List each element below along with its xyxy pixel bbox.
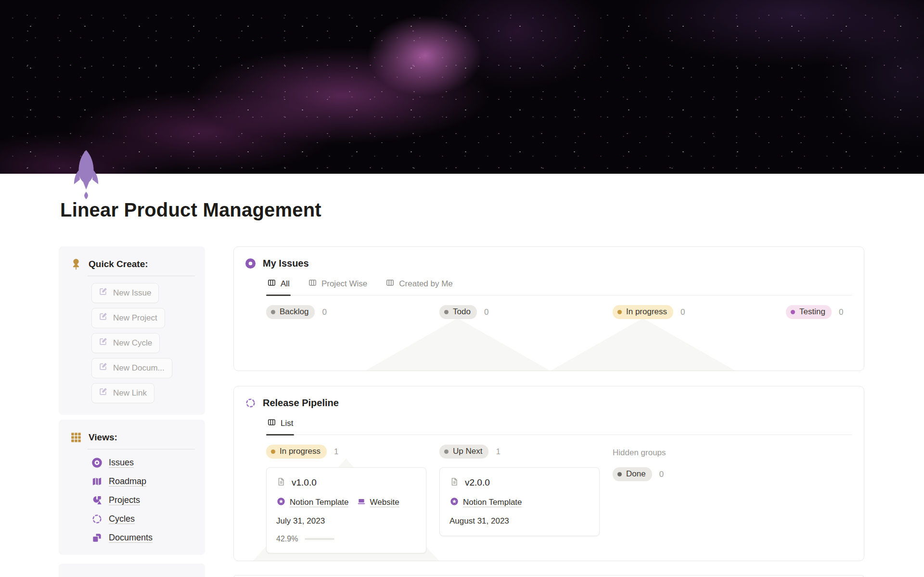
button-label: New Link — [113, 388, 147, 398]
view-tabs: All Project Wise Created by Me — [266, 277, 852, 295]
page-title[interactable]: Linear Product Management — [60, 199, 924, 221]
donut-circle-icon — [245, 258, 256, 269]
rocket-icon[interactable] — [72, 149, 100, 199]
next-card-peek — [233, 575, 864, 577]
quick-create-card: Quick Create: New Issue New Project New … — [59, 246, 205, 415]
tab-list[interactable]: List — [266, 417, 294, 435]
board-column-up-next: v2.0.0 Notion Template August — [439, 467, 613, 536]
status-label: Backlog — [280, 307, 308, 317]
notion-template-link[interactable]: Notion Template — [276, 497, 349, 508]
board-column-hidden: Done 0 — [613, 467, 786, 481]
status-label: Up Next — [453, 447, 482, 456]
compose-icon — [98, 362, 108, 374]
main-column: My Issues All Project Wise Created by Me — [233, 246, 864, 577]
status-badge[interactable]: Todo — [439, 305, 477, 319]
new-cycle-button[interactable]: New Cycle — [91, 333, 160, 353]
status-dot — [271, 449, 275, 454]
map-icon — [91, 476, 103, 487]
dashed-circle-icon — [91, 513, 103, 525]
cover-image — [0, 0, 924, 174]
status-badge[interactable]: In progress — [613, 305, 673, 319]
sidebar-item-roadmap[interactable]: Roadmap — [91, 476, 205, 487]
progress-row: 42.9% — [276, 535, 416, 543]
tab-created-by-me[interactable]: Created by Me — [385, 277, 454, 295]
release-card-v2[interactable]: v2.0.0 Notion Template August — [439, 467, 600, 536]
status-dot — [444, 449, 449, 454]
pushpin-icon — [70, 258, 82, 270]
group-up-next: Up Next 1 — [439, 445, 613, 459]
status-label: In progress — [280, 447, 321, 456]
tab-label: All — [281, 279, 290, 289]
sidebar-item-cycles[interactable]: Cycles — [91, 513, 205, 525]
new-project-button[interactable]: New Project — [91, 308, 165, 328]
sidebar-item-issues[interactable]: Issues — [91, 457, 205, 468]
sidebar-item-projects[interactable]: Projects — [91, 495, 205, 506]
laptop-icon — [357, 497, 366, 508]
tab-project-wise[interactable]: Project Wise — [307, 277, 368, 295]
document-icon — [276, 477, 286, 488]
status-dot — [271, 310, 275, 314]
group-todo: Todo 0 — [439, 305, 613, 319]
group-count: 0 — [659, 470, 664, 479]
board-icon — [385, 278, 395, 290]
group-count: 1 — [334, 447, 338, 457]
document-icon — [449, 477, 459, 488]
group-in-progress: In progress 0 — [613, 305, 786, 319]
new-document-button[interactable]: New Docum... — [91, 358, 172, 378]
view-tabs: List — [266, 417, 852, 435]
status-badge[interactable]: Up Next — [439, 445, 488, 459]
tab-all[interactable]: All — [266, 277, 291, 295]
database-title[interactable]: My Issues — [263, 258, 309, 269]
group-testing: Testing 0 — [786, 305, 864, 319]
release-date: July 31, 2023 — [276, 516, 416, 526]
board-icon — [267, 278, 276, 290]
quick-create-heading: Quick Create: — [89, 259, 148, 269]
shapes-icon — [91, 495, 103, 506]
sidebar: Quick Create: New Issue New Project New … — [59, 246, 205, 577]
compose-icon — [98, 287, 108, 299]
database-title[interactable]: Release Pipeline — [263, 397, 339, 409]
status-dot — [444, 310, 449, 314]
decorative-triangle — [549, 318, 737, 371]
compose-icon — [98, 387, 108, 399]
status-badge-done[interactable]: Done — [613, 467, 652, 481]
decorative-triangle — [364, 318, 552, 371]
teams-card: Teams: — [59, 564, 205, 577]
tab-label: List — [281, 419, 293, 428]
pages-icon — [91, 532, 103, 543]
seal-star-icon — [449, 497, 459, 508]
new-link-button[interactable]: New Link — [91, 383, 154, 403]
sidebar-item-documents[interactable]: Documents — [91, 532, 205, 543]
views-heading: Views: — [89, 432, 117, 443]
status-label: Testing — [799, 307, 825, 317]
new-issue-button[interactable]: New Issue — [91, 283, 159, 303]
status-badge[interactable]: Testing — [786, 305, 832, 319]
release-date: August 31, 2023 — [449, 516, 590, 526]
views-card: Views: Issues Roadmap — [59, 420, 205, 555]
board-group-headers: In progress 1 Up Next 1 Hidden groups — [266, 445, 864, 459]
group-backlog: Backlog 0 — [266, 305, 439, 319]
hidden-groups-label[interactable]: Hidden groups — [613, 446, 666, 458]
status-badge[interactable]: Backlog — [266, 305, 315, 319]
status-label: Todo — [453, 307, 471, 317]
group-count: 0 — [484, 308, 488, 317]
target-icon — [91, 457, 103, 468]
button-label: New Issue — [113, 288, 151, 298]
group-count: 0 — [322, 308, 326, 317]
board-icon — [267, 418, 276, 429]
my-issues-card: My Issues All Project Wise Created by Me — [233, 246, 864, 371]
link-label: Notion Template — [463, 498, 522, 507]
progress-percent: 42.9% — [276, 535, 298, 543]
release-card-v1[interactable]: v1.0.0 Notion Template — [266, 467, 426, 553]
notion-template-link[interactable]: Notion Template — [449, 497, 522, 508]
status-dot — [617, 310, 622, 314]
status-badge[interactable]: In progress — [266, 445, 327, 459]
compose-icon — [98, 312, 108, 324]
notion-page: Linear Product Management Quick Create: — [0, 0, 924, 577]
website-link[interactable]: Website — [357, 497, 399, 508]
view-label: Cycles — [109, 514, 135, 524]
release-title: v2.0.0 — [465, 477, 490, 488]
status-label: In progress — [626, 307, 667, 317]
tab-label: Created by Me — [399, 279, 453, 289]
button-label: New Project — [113, 313, 157, 323]
